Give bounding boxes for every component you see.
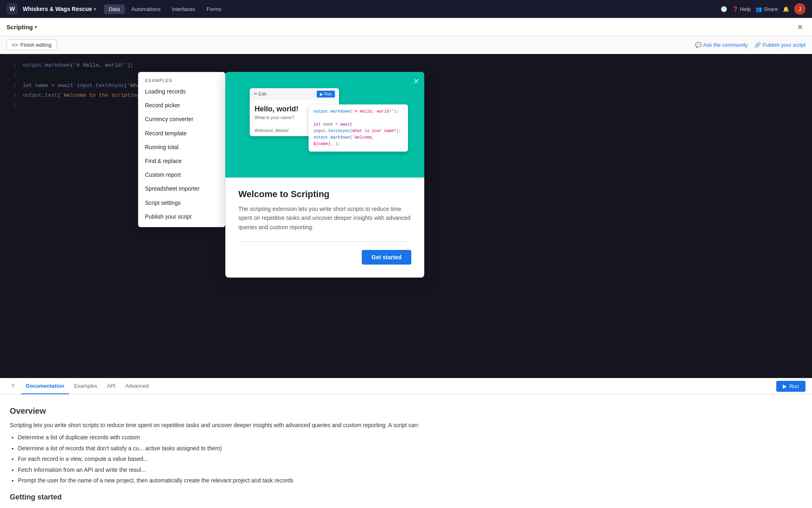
share-label: Share (764, 6, 778, 12)
user-avatar[interactable]: J (794, 3, 806, 15)
app-name[interactable]: Whiskers & Wags Rescue ▾ (23, 6, 96, 12)
notification-button[interactable]: 🔔 (783, 6, 789, 12)
nav-right: 🕐 ❓ Help 👥 Share 🔔 J (721, 3, 806, 15)
nav-tab-automations[interactable]: Automations (126, 4, 165, 14)
nav-tab-forms[interactable]: Forms (201, 4, 226, 14)
app-name-chevron-icon: ▾ (94, 7, 96, 11)
help-icon: ❓ (732, 6, 739, 12)
nav-tab-interfaces[interactable]: Interfaces (167, 4, 200, 14)
help-label: Help (740, 6, 751, 12)
nav-tab-data[interactable]: Data (104, 4, 125, 14)
share-icon: 👥 (756, 6, 762, 12)
history-button[interactable]: 🕐 (721, 6, 727, 12)
share-button[interactable]: 👥 Share (756, 6, 778, 12)
app-logo: W (6, 3, 18, 15)
help-button[interactable]: ❓ Help (732, 6, 751, 12)
nav-tabs: Data Automations Interfaces Forms (104, 4, 227, 14)
top-navbar: W Whiskers & Wags Rescue ▾ Data Automati… (0, 0, 812, 18)
app-name-text: Whiskers & Wags Rescue (23, 6, 92, 12)
